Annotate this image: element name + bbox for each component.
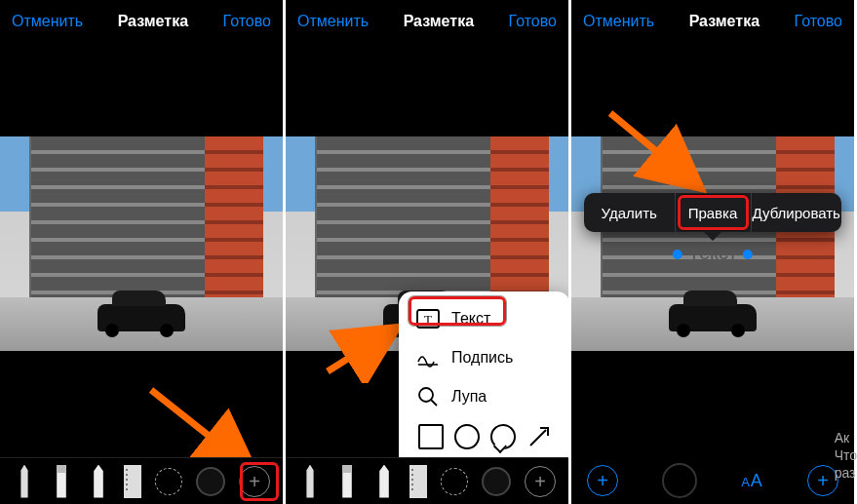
ruler-tool[interactable] <box>409 465 427 498</box>
highlighter-tool[interactable] <box>50 465 73 498</box>
arrow-shape[interactable] <box>526 424 552 449</box>
pencil-tool[interactable] <box>87 465 110 498</box>
add-menu-button[interactable]: + <box>525 466 556 497</box>
cancel-button[interactable]: Отменить <box>12 13 83 30</box>
ctx-delete[interactable]: Удалить <box>584 193 676 232</box>
pen-tool[interactable] <box>298 465 322 498</box>
car-graphic <box>97 304 185 331</box>
edited-photo[interactable] <box>0 136 283 351</box>
lasso-tool[interactable] <box>441 468 468 495</box>
cancel-button[interactable]: Отменить <box>297 13 369 30</box>
screen-title: Разметка <box>689 13 760 30</box>
markup-screen-1: Отменить Разметка Готово + <box>0 0 283 504</box>
markup-screen-2: Отменить Разметка Готово T Текст <box>286 0 568 504</box>
add-magnifier-option[interactable]: Лупа <box>399 377 568 416</box>
circle-shape[interactable] <box>454 424 480 449</box>
color-picker[interactable] <box>196 467 225 496</box>
screen-title: Разметка <box>404 13 474 30</box>
ctx-edit[interactable]: Правка <box>676 193 752 232</box>
rectangle-shape[interactable] <box>418 424 444 449</box>
text-object[interactable]: Текст <box>667 242 759 264</box>
text-placeholder: Текст <box>688 242 737 263</box>
text-box-icon: T <box>416 307 440 330</box>
ruler-tool[interactable] <box>124 465 141 498</box>
add-menu-button[interactable]: + <box>587 465 618 496</box>
wm-line: Ак <box>835 429 857 446</box>
page-watermark: Ак Что раз <box>835 429 857 483</box>
top-bar: Отменить Разметка Готово <box>286 0 568 43</box>
building-graphic <box>29 136 263 302</box>
resize-handle-right[interactable] <box>743 250 753 259</box>
markup-toolbar: + <box>0 457 283 504</box>
lasso-tool[interactable] <box>155 468 182 495</box>
add-menu-button[interactable]: + <box>239 466 270 497</box>
top-bar: Отменить Разметка Готово <box>0 0 283 43</box>
screen-title: Разметка <box>118 13 188 30</box>
wm-line: раз <box>835 464 857 482</box>
add-menu-popover: T Текст Подпись Лупа <box>399 291 568 457</box>
ctx-edit-label: Правка <box>688 205 738 221</box>
markup-toolbar: + <box>286 457 568 504</box>
resize-handle-left[interactable] <box>673 250 682 259</box>
shapes-row <box>399 416 568 451</box>
done-button[interactable]: Готово <box>509 13 557 30</box>
color-picker[interactable] <box>482 467 511 496</box>
text-color-picker[interactable] <box>662 463 697 498</box>
done-button[interactable]: Готово <box>223 13 271 30</box>
add-signature-option[interactable]: Подпись <box>399 338 568 377</box>
add-text-option[interactable]: T Текст <box>399 299 568 338</box>
ctx-duplicate[interactable]: Дублировать <box>752 193 842 232</box>
svg-line-6 <box>431 400 437 406</box>
speech-bubble-shape[interactable] <box>490 424 516 449</box>
signature-icon <box>416 346 440 369</box>
pen-tool[interactable] <box>13 465 36 498</box>
svg-line-7 <box>530 430 546 446</box>
car-graphic <box>669 304 757 331</box>
font-style-button[interactable]: AA <box>741 471 763 491</box>
wm-line: Что <box>835 446 857 464</box>
text-toolbar: + AA + <box>571 457 854 504</box>
option-label: Текст <box>451 310 490 328</box>
cancel-button[interactable]: Отменить <box>583 13 654 30</box>
svg-text:T: T <box>424 312 432 327</box>
markup-screen-3: Отменить Разметка Готово Удалить Правка … <box>571 0 854 504</box>
building-graphic <box>315 136 549 302</box>
context-menu: Удалить Правка Дублировать <box>584 193 841 232</box>
svg-point-5 <box>419 388 433 402</box>
option-label: Лупа <box>451 388 487 406</box>
magnifier-icon <box>416 385 440 408</box>
pencil-tool[interactable] <box>372 465 396 498</box>
option-label: Подпись <box>451 349 513 367</box>
top-bar: Отменить Разметка Готово <box>571 0 854 43</box>
done-button[interactable]: Готово <box>795 13 842 30</box>
highlighter-tool[interactable] <box>335 465 359 498</box>
